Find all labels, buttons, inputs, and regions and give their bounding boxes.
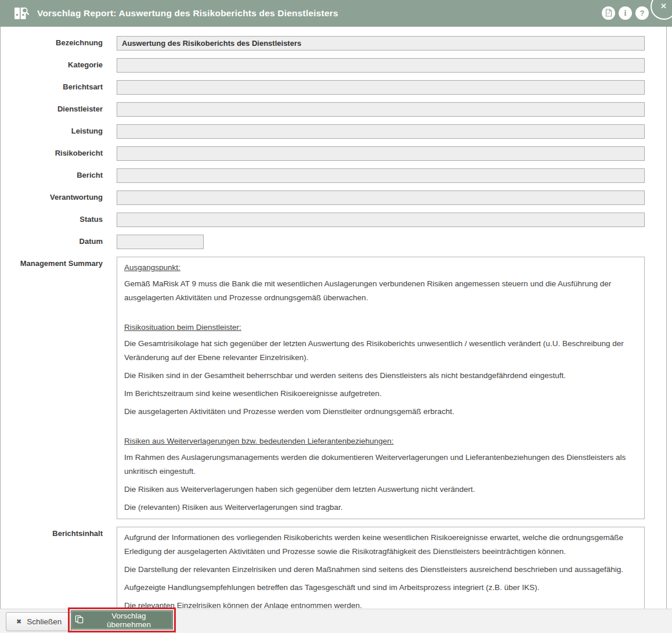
management-summary-blank [124, 423, 637, 434]
dienstleister-label: Dienstleister [1, 102, 117, 117]
vorschlag-uebernehmen-button[interactable]: Vorschlag übernehmen [71, 610, 173, 630]
pdf-export-button[interactable] [602, 6, 615, 20]
management-summary-text: Die Gesamtrisikolage hat sich gegenüber … [124, 337, 637, 365]
status-label: Status [1, 213, 117, 227]
datum-input[interactable] [117, 235, 204, 249]
form-row-datum: Datum [1, 235, 666, 249]
risikobericht-label: Risikobericht [1, 146, 117, 161]
verantwortung-label: Verantwortung [1, 190, 117, 205]
management-summary-text: Die Risiken aus Weiterverlagerungen habe… [124, 483, 637, 497]
leistung-input[interactable] [117, 124, 645, 139]
help-icon: ? [640, 9, 645, 17]
kategorie-input[interactable] [117, 58, 645, 73]
berichtsinhalt-label: Berichtsinhalt [1, 527, 117, 612]
schliessen-button-label: Schließen [27, 617, 62, 626]
vorschlag-uebernehmen-label: Vorschlag übernehmen [89, 612, 169, 629]
kategorie-label: Kategorie [1, 58, 117, 73]
management-summary-heading: Risikosituation beim Dienstleister: [124, 321, 637, 335]
management-summary-blank [124, 309, 637, 321]
form-row-kategorie: Kategorie [1, 58, 666, 73]
form-row-bericht: Bericht [1, 168, 666, 183]
management-summary-text: Im Rahmen des Auslagerungsmanagements we… [124, 451, 637, 479]
management-summary-text: Die Risiken sind in der Gesamtheit beher… [124, 369, 637, 383]
bezeichnung-input[interactable] [117, 36, 645, 51]
bezeichnung-label: Bezeichnung [1, 36, 117, 51]
management-summary-label: Management Summary [1, 257, 117, 519]
management-summary-text: Im Berichtszeitraum sind keine wesentlic… [124, 387, 637, 401]
info-icon: i [624, 9, 627, 17]
berichtsinhalt-textarea[interactable]: Aufgrund der Informationen des vorliegen… [117, 527, 645, 612]
x-mark-icon: ✖ [16, 618, 21, 625]
header-buttons: i ? [602, 6, 649, 20]
close-button[interactable]: ✕ [651, 0, 672, 20]
form-row-bezeichnung: Bezeichnung [1, 36, 666, 51]
pdf-icon [605, 9, 612, 18]
berichtsart-label: Berichtsart [1, 80, 117, 95]
management-summary-text: Gemäß MaRisk AT 9 muss die Bank die mit … [124, 277, 637, 305]
datum-label: Datum [1, 235, 117, 249]
management-summary-text: Die ausgelagerten Aktivitäten und Prozes… [124, 405, 637, 419]
berichtsinhalt-text: Aufgrund der Informationen des vorliegen… [124, 531, 637, 559]
management-summary-text: Die (relevanten) Risiken aus Weiterverla… [124, 501, 637, 515]
highlight-annotation-box: Vorschlag übernehmen [68, 607, 176, 632]
berichtsinhalt-text: Aufgezeigte Handlungsempfehlungen betref… [124, 581, 637, 595]
status-input[interactable] [117, 213, 645, 227]
form-row-leistung: Leistung [1, 124, 666, 139]
management-summary-heading: Ausgangspunkt: [124, 261, 637, 275]
berichtsart-input[interactable] [117, 80, 645, 95]
form-row-risikobericht: Risikobericht [1, 146, 666, 161]
form-row-berichtsinhalt: Berichtsinhalt Aufgrund der Informatione… [1, 527, 666, 612]
dialog-title: Vorschlag Report: Auswertung des Risikob… [37, 8, 338, 19]
bericht-label: Bericht [1, 168, 117, 183]
bericht-input[interactable] [117, 168, 645, 183]
help-button[interactable]: ? [635, 6, 649, 20]
dialog-footer: ✖ Schließen Vorschlag übernehmen [0, 609, 672, 633]
info-button[interactable]: i [619, 6, 632, 20]
dialog-header: Vorschlag Report: Auswertung des Risikob… [0, 0, 672, 27]
risikobericht-input[interactable] [117, 146, 645, 161]
form-row-verantwortung: Verantwortung [1, 190, 666, 205]
verantwortung-input[interactable] [117, 190, 645, 205]
report-search-icon [14, 6, 29, 20]
form-row-management-summary: Management Summary Ausgangspunkt:Gemäß M… [1, 257, 666, 519]
close-icon: ✕ [652, 0, 672, 18]
schliessen-button[interactable]: ✖ Schließen [6, 612, 72, 631]
leistung-label: Leistung [1, 124, 117, 139]
berichtsinhalt-text: Die Darstellung der relevanten Einzelris… [124, 563, 637, 577]
form-row-berichtsart: Berichtsart [1, 80, 666, 95]
management-summary-textarea[interactable]: Ausgangspunkt:Gemäß MaRisk AT 9 muss die… [117, 257, 645, 519]
dienstleister-input[interactable] [117, 102, 645, 117]
form-row-dienstleister: Dienstleister [1, 102, 666, 117]
form-row-status: Status [1, 213, 666, 227]
dialog-body: Bezeichnung Kategorie Berichtsart Dienst… [0, 27, 667, 609]
paste-icon [75, 615, 84, 625]
management-summary-heading: Risiken aus Weiterverlagerungen bzw. bed… [124, 434, 637, 448]
